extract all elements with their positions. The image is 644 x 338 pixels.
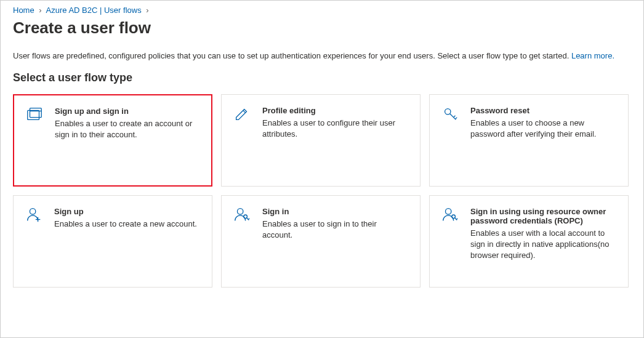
card-title: Sign in using using resource owner passw…: [470, 207, 614, 225]
card-signin[interactable]: Sign in Enables a user to sign in to the…: [221, 195, 421, 288]
intro-text: User flows are predefined, configured po…: [13, 51, 631, 60]
chevron-right-icon: ›: [146, 6, 148, 15]
card-text: Sign up Enables a user to create a new a…: [54, 207, 201, 230]
svg-line-5: [450, 114, 456, 120]
pencil-icon: [233, 105, 256, 126]
intro-body: User flows are predefined, configured po…: [13, 51, 571, 60]
person-plus-icon: [25, 206, 48, 227]
person-key-icon: [233, 206, 256, 227]
svg-rect-1: [30, 108, 42, 118]
svg-line-6: [454, 116, 456, 118]
svg-point-8: [30, 209, 35, 214]
browser-icon: [25, 105, 49, 126]
svg-rect-0: [28, 110, 39, 119]
card-text: Profile editing Enables a user to config…: [262, 106, 409, 140]
section-title: Select a user flow type: [13, 71, 631, 84]
card-signup-signin[interactable]: Sign up and sign in Enables a user to cr…: [13, 94, 212, 187]
svg-line-18: [456, 219, 457, 220]
page-title: Create a user flow: [13, 18, 631, 38]
breadcrumb-userflows[interactable]: Azure AD B2C | User flows: [46, 6, 142, 15]
svg-line-7: [455, 118, 457, 119]
svg-point-15: [446, 209, 451, 214]
card-title: Password reset: [470, 106, 614, 115]
learn-more-link[interactable]: Learn more.: [571, 51, 614, 60]
card-title: Sign up and sign in: [55, 107, 198, 116]
breadcrumb: Home › Azure AD B2C | User flows ›: [13, 6, 631, 15]
card-signup[interactable]: Sign up Enables a user to create a new a…: [13, 195, 212, 288]
card-grid: Sign up and sign in Enables a user to cr…: [13, 94, 629, 288]
card-text: Password reset Enables a user to choose …: [470, 106, 617, 140]
card-title: Profile editing: [262, 106, 406, 115]
card-desc: Enables a user to configure their user a…: [262, 118, 406, 140]
breadcrumb-home[interactable]: Home: [13, 6, 34, 15]
card-ropc[interactable]: Sign in using using resource owner passw…: [429, 195, 629, 288]
chevron-right-icon: ›: [39, 6, 41, 15]
card-desc: Enables a user with a local account to s…: [470, 228, 614, 262]
svg-line-14: [248, 219, 249, 220]
key-icon: [441, 105, 464, 126]
card-desc: Enables a user to create a new account.: [54, 219, 198, 230]
card-desc: Enables a user to create an account or s…: [55, 118, 198, 140]
card-profile-editing[interactable]: Profile editing Enables a user to config…: [221, 94, 421, 187]
card-desc: Enables a user to choose a new password …: [470, 118, 614, 140]
card-password-reset[interactable]: Password reset Enables a user to choose …: [429, 94, 629, 187]
card-desc: Enables a user to sign in to their accou…: [262, 219, 406, 241]
card-text: Sign in using using resource owner passw…: [470, 207, 617, 262]
svg-line-3: [243, 110, 246, 113]
card-text: Sign up and sign in Enables a user to cr…: [55, 107, 200, 140]
svg-point-11: [238, 209, 243, 214]
page-frame: Home › Azure AD B2C | User flows › Creat…: [0, 0, 644, 338]
card-text: Sign in Enables a user to sign in to the…: [262, 207, 409, 241]
person-key-icon: [441, 206, 464, 227]
card-title: Sign in: [262, 207, 406, 216]
card-title: Sign up: [54, 207, 198, 216]
